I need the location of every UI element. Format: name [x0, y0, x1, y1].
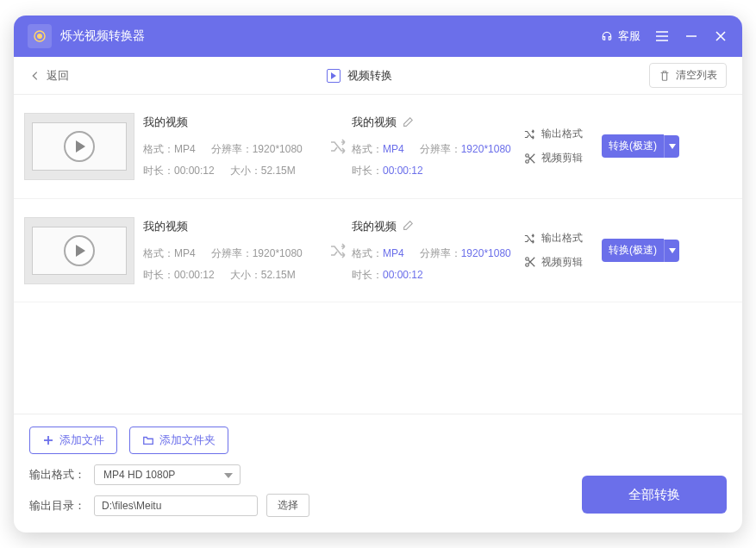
- titlebar: 烁光视频转换器 客服: [14, 16, 742, 57]
- item-ops: 输出格式 视频剪辑: [524, 122, 602, 170]
- toolbar: 返回 视频转换 清空列表: [14, 57, 742, 95]
- output-dir-input[interactable]: D:\files\Meitu: [94, 495, 258, 516]
- convert-all-button[interactable]: 全部转换: [582, 476, 727, 514]
- convert-dropdown[interactable]: [664, 135, 679, 158]
- app-title: 烁光视频转换器: [60, 28, 601, 44]
- svg-point-1: [38, 34, 42, 39]
- app-logo: [28, 24, 52, 48]
- shuffle-icon: [326, 243, 352, 258]
- svg-point-12: [526, 258, 529, 261]
- video-thumbnail[interactable]: [24, 217, 134, 284]
- chevron-left-icon: [29, 70, 41, 82]
- play-icon: [64, 131, 95, 162]
- output-format-button[interactable]: 输出格式: [524, 227, 602, 251]
- source-title: 我的视频: [143, 215, 326, 238]
- service-button[interactable]: 客服: [601, 28, 640, 44]
- svg-marker-8: [331, 72, 336, 79]
- output-format-select[interactable]: MP4 HD 1080P: [94, 464, 241, 485]
- convert-button[interactable]: 转换(极速): [602, 239, 679, 262]
- video-trim-button[interactable]: 视频剪辑: [524, 251, 602, 275]
- convert-dropdown[interactable]: [664, 240, 679, 262]
- add-folder-button[interactable]: 添加文件夹: [129, 427, 228, 454]
- shuffle-icon: [524, 233, 536, 245]
- close-button[interactable]: [713, 28, 728, 44]
- list-item: 我的视频 格式：MP4分辨率：1920*1080 时长：00:00:12大小：5…: [14, 95, 742, 199]
- shuffle-icon: [524, 128, 536, 140]
- footer: 添加文件 添加文件夹 输出格式： MP4 HD 1080P 输出目录： D:\f…: [14, 414, 742, 532]
- video-trim-button[interactable]: 视频剪辑: [524, 146, 602, 171]
- minimize-button[interactable]: [684, 28, 699, 44]
- trash-icon: [659, 70, 671, 82]
- add-file-button[interactable]: 添加文件: [29, 427, 117, 454]
- edit-icon[interactable]: [402, 220, 414, 232]
- shuffle-icon: [326, 139, 352, 154]
- video-thumbnail[interactable]: [24, 113, 134, 180]
- output-dir-label: 输出目录：: [29, 498, 85, 514]
- menu-button[interactable]: [654, 28, 670, 44]
- dest-info: 我的视频 格式：MP4分辨率：1920*1080 时长：00:00:12: [352, 110, 524, 183]
- source-info: 我的视频 格式：MP4分辨率：1920*1080 时长：00:00:12大小：5…: [143, 110, 326, 183]
- svg-marker-11: [669, 144, 676, 149]
- dest-title: 我的视频: [352, 110, 397, 134]
- svg-point-13: [526, 264, 529, 267]
- list-item: 我的视频 格式：MP4分辨率：1920*1080 时长：00:00:12大小：5…: [14, 199, 742, 303]
- svg-point-9: [526, 153, 529, 157]
- dest-info: 我的视频 格式：MP4分辨率：1920*1080 时长：00:00:12: [352, 215, 524, 287]
- tab-video-convert[interactable]: 视频转换: [69, 68, 649, 84]
- back-button[interactable]: 返回: [29, 68, 69, 84]
- edit-icon[interactable]: [402, 116, 414, 128]
- play-icon: [64, 235, 95, 266]
- clear-list-button[interactable]: 清空列表: [649, 63, 727, 88]
- convert-button[interactable]: 转换(极速): [602, 134, 679, 158]
- folder-icon: [142, 434, 154, 446]
- svg-point-10: [526, 159, 529, 163]
- plus-icon: [42, 434, 54, 446]
- headset-icon: [601, 30, 613, 42]
- scissors-icon: [524, 153, 536, 165]
- play-icon: [327, 69, 341, 83]
- item-ops: 输出格式 视频剪辑: [524, 227, 602, 274]
- source-title: 我的视频: [143, 110, 326, 134]
- scissors-icon: [524, 256, 536, 268]
- svg-marker-14: [669, 248, 676, 253]
- video-list: 我的视频 格式：MP4分辨率：1920*1080 时长：00:00:12大小：5…: [14, 95, 742, 414]
- source-info: 我的视频 格式：MP4分辨率：1920*1080 时长：00:00:12大小：5…: [143, 215, 326, 287]
- output-format-label: 输出格式：: [29, 467, 85, 483]
- dest-title: 我的视频: [352, 215, 397, 238]
- output-format-button[interactable]: 输出格式: [524, 122, 602, 146]
- choose-dir-button[interactable]: 选择: [266, 494, 309, 517]
